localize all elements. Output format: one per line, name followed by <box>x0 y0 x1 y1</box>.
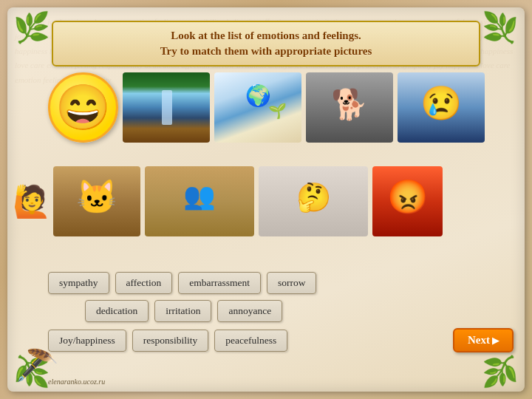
word-embarrassment[interactable]: embarrassment <box>178 272 261 294</box>
image-smiley: 😄 <box>48 72 118 143</box>
word-irritation[interactable]: irritation <box>154 300 211 322</box>
word-responsibility[interactable]: responsibility <box>132 330 209 352</box>
words-row-1: sympathy affection embarrassment sorrow <box>48 272 514 294</box>
image-dog <box>306 72 393 143</box>
next-button[interactable]: Next <box>453 328 514 352</box>
words-row-2: dedication irritation annoyance <box>48 300 514 322</box>
word-joy-happiness[interactable]: Joy/happiness <box>48 330 126 352</box>
words-section: sympathy affection embarrassment sorrow … <box>48 272 514 358</box>
website-label: elenaranko.ucoz.ru <box>48 378 105 386</box>
words-row-3: Joy/happiness responsibility peacefulnes… <box>48 328 514 352</box>
paper-surface: sympathy joy happiness love care emotion… <box>7 7 525 392</box>
image-anger-character <box>372 166 443 236</box>
image-people <box>145 166 254 236</box>
word-dedication[interactable]: dedication <box>85 300 149 322</box>
word-affection[interactable]: affection <box>115 272 173 294</box>
images-row-1: 😄 <box>48 72 514 143</box>
word-annoyance[interactable]: annoyance <box>217 300 282 322</box>
word-peacefulness[interactable]: peacefulness <box>214 330 287 352</box>
image-cat <box>53 166 140 236</box>
image-woman <box>259 166 368 236</box>
image-waterfall <box>123 72 210 143</box>
corner-decoration-tr: 🌿 <box>474 13 519 58</box>
word-sympathy[interactable]: sympathy <box>48 272 109 294</box>
title-box: Look at the list of emotions and feeling… <box>52 21 480 66</box>
image-joy-character: 🙋 <box>15 166 48 236</box>
images-row-2 <box>53 166 514 236</box>
corner-decoration-tl: 🌿 <box>13 13 58 58</box>
title-line1: Look at the list of emotions and feeling… <box>62 28 470 44</box>
image-sadness-character <box>398 72 485 143</box>
word-sorrow[interactable]: sorrow <box>267 272 317 294</box>
image-earth-hands <box>214 72 301 143</box>
title-line2: Try to match them with appropriate pictu… <box>62 44 470 59</box>
